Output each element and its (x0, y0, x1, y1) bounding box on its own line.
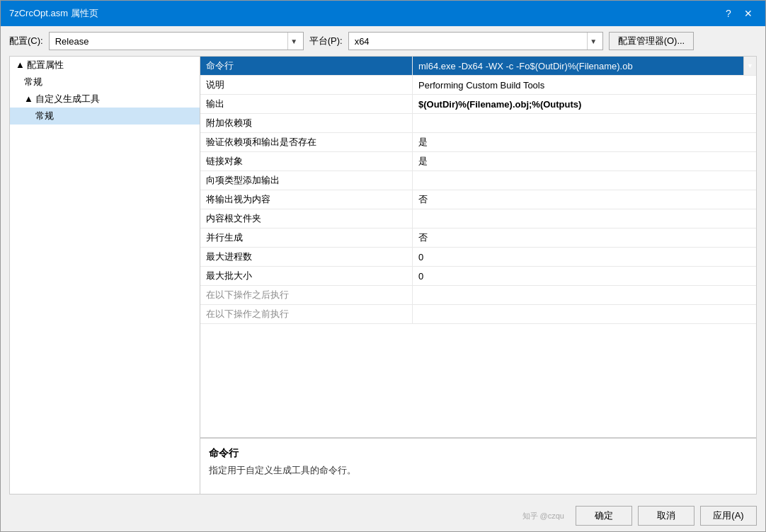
prop-row-content-root-folder[interactable]: 内容根文件夹 (200, 209, 756, 229)
toolbar: 配置(C): Release ▼ 平台(P): x64 ▼ 配置管理器(O)..… (1, 26, 765, 56)
prop-row-verify-exists[interactable]: 验证依赖项和输出是否存在是 (200, 133, 756, 152)
platform-select[interactable]: x64 ▼ (348, 32, 603, 50)
cancel-button[interactable]: 取消 (638, 506, 694, 526)
tree-item-custom-build[interactable]: ▲ 自定义生成工具 (10, 91, 200, 108)
prop-row-link-objects[interactable]: 链接对象是 (200, 152, 756, 171)
config-select[interactable]: Release ▼ (49, 32, 304, 50)
config-manager-button[interactable]: 配置管理器(O)... (609, 32, 694, 50)
config-select-value: Release (52, 36, 287, 47)
description-text: 指定用于自定义生成工具的命令行。 (209, 464, 748, 477)
prop-value-command-line: ml64.exe -Dx64 -WX -c -Fo$(OutDir)%(File… (413, 58, 743, 74)
prop-value-description: Performing Custom Build Tools (413, 76, 756, 94)
prop-name-link-objects: 链接对象 (200, 152, 413, 170)
prop-row-max-processes[interactable]: 最大进程数0 (200, 248, 756, 267)
prop-row-additional-deps[interactable]: 附加依赖项 (200, 114, 756, 133)
prop-row-max-batch-size[interactable]: 最大批大小0 (200, 267, 756, 286)
right-panel: 命令行ml64.exe -Dx64 -WX -c -Fo$(OutDir)%(F… (200, 56, 757, 495)
watermark: 知乎 @czqu (522, 511, 564, 521)
prop-row-parallel-build[interactable]: 并行生成否 (200, 229, 756, 248)
prop-name-description: 说明 (200, 76, 413, 94)
main-dialog: 7zCrcOpt.asm 属性页 ? ✕ 配置(C): Release ▼ 平台… (0, 0, 766, 532)
platform-label: 平台(P): (309, 35, 343, 47)
platform-select-value: x64 (352, 36, 587, 47)
config-dropdown-icon: ▼ (287, 33, 300, 50)
prop-name-additional-deps: 附加依赖项 (200, 114, 413, 132)
close-button[interactable]: ✕ (740, 6, 757, 21)
prop-name-verify-exists: 验证依赖项和输出是否存在 (200, 133, 413, 151)
config-label: 配置(C): (9, 35, 43, 47)
description-panel: 命令行 指定用于自定义生成工具的命令行。 (200, 437, 756, 494)
prop-row-execute-after[interactable]: 在以下操作之后执行 (200, 286, 756, 305)
platform-dropdown-icon: ▼ (587, 33, 600, 50)
title-bar: 7zCrcOpt.asm 属性页 ? ✕ (1, 1, 765, 26)
prop-value-link-objects: 是 (413, 152, 756, 170)
tree-item-general2[interactable]: 常规 (10, 108, 200, 125)
prop-name-content-root-folder: 内容根文件夹 (200, 209, 413, 228)
prop-name-execute-after: 在以下操作之后执行 (200, 286, 413, 304)
prop-name-output: 输出 (200, 95, 413, 113)
prop-row-command-line[interactable]: 命令行ml64.exe -Dx64 -WX -c -Fo$(OutDir)%(F… (200, 57, 756, 76)
prop-value-execute-after (413, 286, 756, 304)
prop-name-max-batch-size: 最大批大小 (200, 267, 413, 285)
tree-item-general[interactable]: 常规 (10, 74, 200, 91)
prop-value-parallel-build: 否 (413, 229, 756, 247)
prop-row-execute-before[interactable]: 在以下操作之前执行 (200, 305, 756, 324)
prop-row-add-output-to-type[interactable]: 向项类型添加输出 (200, 171, 756, 190)
prop-dropdown-btn-command-line[interactable]: ▼ (743, 57, 756, 75)
prop-value-wrapper-command-line: ml64.exe -Dx64 -WX -c -Fo$(OutDir)%(File… (413, 57, 756, 75)
window-title: 7zCrcOpt.asm 属性页 (9, 7, 98, 20)
tree-item-config-props[interactable]: ▲ 配置属性 (10, 57, 200, 74)
main-content: ▲ 配置属性常规▲ 自定义生成工具常规 命令行ml64.exe -Dx64 -W… (1, 56, 765, 500)
prop-name-execute-before: 在以下操作之前执行 (200, 305, 413, 323)
prop-name-parallel-build: 并行生成 (200, 229, 413, 247)
prop-row-description[interactable]: 说明Performing Custom Build Tools (200, 76, 756, 95)
title-bar-controls: ? ✕ (720, 6, 757, 21)
apply-button[interactable]: 应用(A) (700, 506, 757, 526)
properties-table: 命令行ml64.exe -Dx64 -WX -c -Fo$(OutDir)%(F… (200, 57, 756, 437)
prop-value-output: $(OutDir)%(Filename).obj;%(Outputs) (413, 95, 756, 113)
prop-name-treat-output-as-content: 将输出视为内容 (200, 190, 413, 209)
prop-value-execute-before (413, 305, 756, 323)
prop-value-max-batch-size: 0 (413, 267, 756, 285)
prop-name-command-line: 命令行 (200, 57, 413, 75)
prop-value-verify-exists: 是 (413, 133, 756, 151)
prop-value-treat-output-as-content: 否 (413, 190, 756, 209)
prop-row-treat-output-as-content[interactable]: 将输出视为内容否 (200, 190, 756, 209)
prop-value-additional-deps (413, 114, 756, 132)
prop-row-output[interactable]: 输出$(OutDir)%(Filename).obj;%(Outputs) (200, 95, 756, 114)
prop-value-content-root-folder (413, 209, 756, 228)
help-button[interactable]: ? (720, 6, 737, 21)
prop-name-max-processes: 最大进程数 (200, 248, 413, 266)
left-panel: ▲ 配置属性常规▲ 自定义生成工具常规 (9, 56, 200, 495)
prop-value-max-processes: 0 (413, 248, 756, 266)
prop-value-add-output-to-type (413, 171, 756, 190)
description-title: 命令行 (209, 447, 748, 460)
footer: 知乎 @czqu 确定 取消 应用(A) (1, 500, 765, 531)
ok-button[interactable]: 确定 (576, 506, 632, 526)
prop-name-add-output-to-type: 向项类型添加输出 (200, 171, 413, 190)
